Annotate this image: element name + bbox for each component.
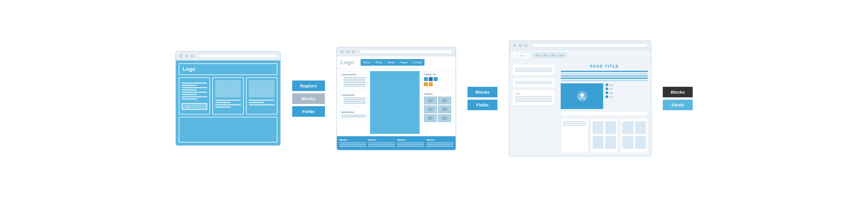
page-title: PAGE TITLE [561, 64, 648, 68]
browser-dot-red [179, 54, 183, 58]
comments-block: Comments [339, 92, 368, 107]
line [515, 97, 553, 98]
line [561, 78, 648, 79]
nav-home[interactable]: Home [361, 60, 373, 64]
bottom-block-3 [620, 118, 648, 153]
m3-nav-2[interactable]: Nav [542, 54, 549, 57]
right-img-4 [605, 136, 616, 149]
tag-dot [606, 87, 608, 90]
m3-nav-3[interactable]: Nav [550, 54, 557, 57]
mockup2-center [370, 71, 420, 134]
line [343, 103, 366, 104]
mockup2-header: Logo Home About News Pages Contact [337, 56, 456, 69]
tag-1: tag [606, 83, 648, 86]
fields-button-1[interactable]: Fields [292, 106, 325, 117]
m3-block-1 [512, 64, 555, 75]
mockup2-content: Logo Home About News Pages Contact Lates… [337, 56, 456, 150]
browser-dot-red-2 [340, 50, 344, 53]
line [343, 84, 366, 85]
mockup2-left-col: Latest posts Comments Newsletter [339, 71, 368, 134]
line [341, 115, 366, 116]
mockup2-right-col: Follow Us Gallery [422, 71, 453, 134]
footer-menus-4: Menus [427, 138, 453, 141]
mockup2-nav: Home About News Pages Contact [361, 59, 425, 66]
mockup1-card-1-lines [182, 83, 207, 100]
line [368, 146, 395, 147]
right-img-7 [622, 136, 633, 149]
sidebar-buttons-1: Regions Blocks Fields [292, 81, 325, 117]
sidebar-buttons-2: Blocks Fields [467, 87, 497, 110]
line [182, 85, 197, 86]
browser-address-bar-2 [360, 50, 452, 54]
line [515, 69, 553, 70]
line [182, 83, 207, 84]
svg-point-1 [580, 93, 584, 97]
m3-nav-4[interactable]: Nav [558, 54, 565, 57]
mockup2-logo: Logo [340, 59, 354, 66]
line [182, 89, 197, 90]
line [368, 144, 395, 145]
follow-us-title: Follow Us [424, 73, 451, 76]
nav-about[interactable]: About [373, 60, 385, 64]
m3-nav-1[interactable]: Nav [534, 54, 541, 57]
line [343, 97, 366, 98]
mockup3-body: helper PAGE TITLE [509, 61, 651, 156]
nav-news[interactable]: News [385, 60, 397, 64]
mockup3-header: [ Logo ] Nav Nav Nav Nav [509, 50, 651, 61]
tag-label: tag [610, 88, 613, 90]
line [182, 96, 207, 97]
browser-mockup-2: Logo Home About News Pages Contact Lates… [336, 47, 456, 150]
rss-icon-2 [429, 82, 433, 86]
browser-dot-yellow-3 [519, 44, 522, 47]
nav-contact[interactable]: Contact [410, 60, 425, 64]
line [343, 101, 366, 102]
fields-button-2[interactable]: Fields [467, 100, 497, 110]
regions-button[interactable]: Regions [292, 81, 325, 91]
browser-dot-yellow-2 [346, 50, 349, 53]
footer-menus-3: Menus [397, 138, 424, 141]
bottom-block-2 [591, 118, 618, 153]
line [515, 100, 553, 100]
line [343, 79, 366, 80]
search-input-3[interactable] [561, 111, 648, 116]
line [563, 125, 586, 125]
line [249, 100, 275, 101]
browser-address-bar-1 [199, 54, 277, 58]
line [339, 142, 366, 143]
facebook-icon [424, 77, 428, 81]
sidebar-buttons-3: Blocks Fields [663, 87, 693, 110]
line [341, 116, 366, 117]
mockup1-card-3-lines [249, 100, 275, 105]
nav-pages[interactable]: Pages [397, 60, 410, 64]
browser-dot-green-3 [524, 44, 528, 47]
mockup1-card-2-image [215, 80, 241, 97]
browser-mockup-1: Logo [ ] [175, 51, 281, 146]
browser-dot-green [191, 54, 194, 58]
right-img-6 [635, 121, 646, 134]
line [561, 71, 648, 72]
line [563, 121, 586, 122]
line [515, 96, 553, 97]
browser-dot-red-3 [513, 44, 516, 47]
tag-label: tag [610, 84, 613, 86]
footer-col-1: Menus [339, 138, 366, 148]
gallery-title: Gallery [424, 92, 451, 95]
fields-button-3[interactable]: Fields [663, 100, 693, 110]
mockup3-logo: [ Logo ] [513, 52, 530, 59]
line [343, 81, 366, 81]
blocks-button-2[interactable]: Blocks [467, 87, 497, 97]
line [343, 82, 366, 83]
mockup1-card-1: [ ] [179, 77, 210, 114]
latest-posts-title: Latest posts [341, 73, 366, 76]
line [343, 77, 366, 78]
right-images-grid [593, 121, 616, 149]
blocks-button-1[interactable]: Blocks [292, 93, 325, 104]
mockup1-card-3-image [249, 80, 275, 97]
mockup1-footer [179, 117, 277, 142]
line [343, 86, 366, 86]
media-tags-area: tag tag tag tag [561, 83, 648, 109]
mockup1-card1-button[interactable]: [ ] [182, 103, 207, 110]
gallery-item-5 [424, 114, 437, 122]
blocks-button-3[interactable]: Blocks [663, 87, 693, 97]
input-row [561, 111, 648, 116]
